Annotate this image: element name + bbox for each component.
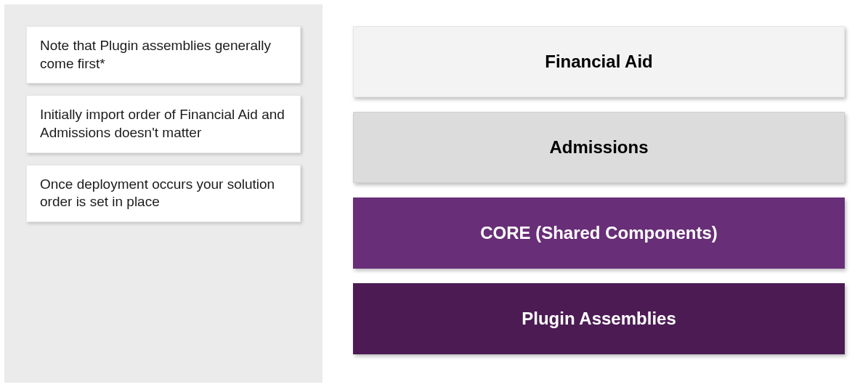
note-text: Once deployment occurs your solution ord… (40, 176, 275, 210)
note-card: Once deployment occurs your solution ord… (26, 165, 301, 222)
layer-core-shared: CORE (Shared Components) (353, 197, 845, 269)
notes-panel: Note that Plugin assemblies generally co… (4, 4, 323, 383)
layer-label: CORE (Shared Components) (480, 223, 718, 243)
layer-label: Plugin Assemblies (522, 309, 676, 329)
note-card: Initially import order of Financial Aid … (26, 95, 301, 152)
layer-financial-aid: Financial Aid (353, 26, 845, 97)
layer-admissions: Admissions (353, 112, 845, 183)
note-text: Initially import order of Financial Aid … (40, 107, 285, 140)
layers-panel: Financial Aid Admissions CORE (Shared Co… (323, 4, 868, 383)
layer-plugin-assemblies: Plugin Assemblies (353, 283, 845, 354)
layer-label: Admissions (549, 137, 648, 158)
note-text: Note that Plugin assemblies generally co… (40, 38, 271, 71)
layer-label: Financial Aid (545, 52, 652, 72)
note-card: Note that Plugin assemblies generally co… (26, 26, 301, 83)
